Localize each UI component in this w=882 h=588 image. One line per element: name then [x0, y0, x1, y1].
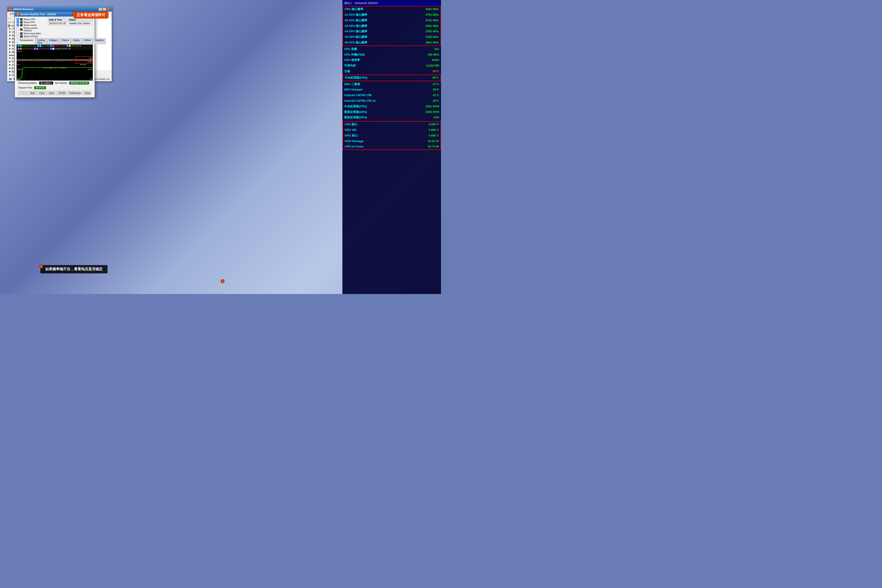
sst-title-text: System Stability Test - AIDA64 — [20, 13, 56, 16]
hwinfo-row-usage: CPU 使用率 100% — [342, 57, 441, 63]
legend-mb-label: Motherboard (60) — [22, 45, 36, 47]
tooltip-num-1: 1 — [72, 12, 76, 15]
legend-cn700-label: Colorful CN700 1TB — [55, 48, 71, 50]
temp-chart-graph: 100°C 0°C 9:01:00 — [16, 50, 93, 66]
test-started-label: Test Started: — [55, 82, 68, 84]
hwinfo-row-gpu-diode: GPU 二极管 27°C — [342, 82, 441, 87]
stress-disk-label: Stress local disks — [24, 32, 41, 35]
hwinfo-panel: 测试人：hchuan16 2024/2/3 CPU 核心频率 3491 MHz … — [342, 0, 441, 294]
tab-temperatures[interactable]: Temperatures — [18, 38, 35, 44]
hwinfo-label-0: CPU 核心频率 — [345, 7, 363, 12]
legend-mb-checkbox[interactable] — [18, 45, 20, 47]
legend-core2-label: CPU Core #2 — [71, 45, 82, 47]
hwinfo-cpu-temp-box: 中央处理器(CPU) 35°C — [342, 75, 441, 81]
tooltip-bubble-1: 正常看这两项即可 — [74, 12, 108, 19]
legend-core1-label: CPU Core #1 — [55, 45, 65, 47]
tab-powers[interactable]: Powers — [59, 38, 71, 44]
legend-core3-dot — [20, 48, 22, 50]
hwinfo-label-6: #6 CPU 核心频率 — [345, 40, 367, 45]
stress-cache-label: Stress cache — [24, 24, 36, 27]
caption-num-2: 2 — [39, 264, 43, 268]
temp-val-60: 60 — [89, 57, 92, 59]
stress-gpu-label: Stress GPU(s) — [24, 35, 38, 38]
hwinfo-row-cpu-vid: CPU VID 0.950 V — [343, 127, 441, 133]
hwinfo-value-1: 3791 MHz — [426, 12, 439, 17]
maximize-button[interactable]: □ — [103, 8, 106, 11]
cpuid-button[interactable]: CPUID — [56, 91, 66, 95]
stress-cpu-checkbox[interactable] — [16, 18, 19, 21]
save-button[interactable]: Save — [46, 91, 55, 95]
minimize-button[interactable]: ─ — [99, 8, 102, 11]
stress-cache-checkbox[interactable] — [16, 24, 19, 27]
status-text-0: Stability Test: Started — [68, 22, 93, 26]
legend-cpu: CPU (35) — [37, 45, 49, 47]
hwinfo-row-mb: 主板 60°C — [342, 69, 441, 74]
hwinfo-label-3: #3 CPU 核心频率 — [345, 24, 367, 28]
stress-cpu-label: Stress CPU — [24, 18, 35, 21]
tab-cooling-fans[interactable]: Cooling Fans — [35, 38, 47, 44]
start-button[interactable]: Start — [18, 91, 27, 95]
cpu-usage-chart: CPU Usage | CPU Throttling 100% 100% 0% … — [16, 66, 93, 81]
close-button[interactable]: ✕ — [106, 8, 110, 11]
stress-memory-checkbox[interactable] — [16, 28, 19, 31]
legend-core3-checkbox[interactable] — [18, 48, 20, 50]
nav-back[interactable]: ‹ — [8, 17, 9, 20]
stop-button[interactable]: Stop — [28, 91, 36, 95]
legend-cpu-checkbox[interactable] — [37, 45, 39, 47]
hwinfo-row-mult: CPU 倍频 35x — [342, 46, 441, 52]
hwinfo-freq-box: CPU 核心频率 3491 MHz #1 CPU 核心频率 3791 MHz #… — [342, 6, 441, 46]
tab-statistics[interactable]: Statistics — [93, 38, 106, 44]
legend-motherboard: Motherboard (60) — [18, 45, 36, 47]
sst-body: ⬛ Stress CPU ⬛ Stress FPU ⬛ Stress cache… — [15, 16, 94, 97]
preferences-button[interactable]: Preferences — [66, 91, 80, 95]
legend-core3: CPU Core #3 — [18, 48, 33, 50]
clear-button[interactable]: Clear — [37, 91, 45, 95]
tab-unified[interactable]: Unified — [82, 38, 93, 44]
hwinfo-row-cn700-2: Colorful CN700 1TB #2 26°C — [342, 98, 441, 104]
status-row-0: 2024/2/3 9:01:00 Stability Test: Started — [48, 22, 93, 26]
aida64-title: AIDA64 Business — [13, 8, 34, 10]
sst-dialog: 🔥 System Stability Test - AIDA64 ─ □ ✕ ⬛… — [14, 12, 95, 98]
stress-gpu-checkbox[interactable] — [16, 35, 19, 38]
hwinfo-label-1: #1 CPU 核心频率 — [345, 12, 367, 17]
status-datetime-0: 2024/2/3 9:01:00 — [48, 22, 68, 26]
stress-disk-checkbox[interactable] — [16, 32, 19, 35]
stress-cache-icon: ⬛ — [20, 24, 22, 27]
nav-forward[interactable]: › — [10, 17, 11, 20]
legend-core2-checkbox[interactable] — [66, 45, 68, 47]
hwinfo-row-cpu-ia: CPU IA Cores 52.73 W — [343, 144, 441, 150]
stress-memory-label: Stress system memory — [24, 27, 46, 32]
legend-core1-checkbox[interactable] — [50, 45, 52, 47]
sst-status-bar: Remaining Battery: No battery Test Start… — [16, 81, 93, 90]
hwinfo-row-cpu-fan: 中央处理器(CPU) 1001 RPM — [342, 104, 441, 110]
hwinfo-row-gpu-core-v: GPU 核心 0.656 V — [343, 133, 441, 138]
aida64-window-controls: ─ □ ✕ — [99, 8, 110, 11]
hwinfo-voltage-box: CPU 核心 0.950 V CPU VID 0.950 V GPU 核心 0.… — [342, 121, 441, 150]
legend-cn700-dot — [52, 48, 54, 50]
sst-options-area: ⬛ Stress CPU ⬛ Stress FPU ⬛ Stress cache… — [16, 18, 93, 38]
legend-core2: CPU Core #2 — [66, 45, 82, 47]
stress-cpu-icon: ⬛ — [20, 18, 22, 21]
legend-core1: CPU Core #1 — [50, 45, 65, 47]
battery-value: No battery — [39, 82, 53, 84]
stress-disk-icon: ⬛ — [20, 32, 22, 35]
tab-voltages[interactable]: Voltages — [47, 38, 59, 44]
hwinfo-row-cpu-pkg: CPU Package 55.01 W — [343, 138, 441, 144]
legend-core2-dot — [69, 45, 70, 47]
hwinfo-value-2: 3791 MHz — [426, 18, 439, 23]
hwinfo-row-cpu-temp: 中央处理器(CPU) 35°C — [343, 75, 441, 81]
battery-label: Remaining Battery: — [18, 82, 38, 84]
tab-clocks[interactable]: Clocks — [71, 38, 82, 44]
legend-mb-dot — [20, 45, 22, 47]
tooltip-text-1: 正常看这两项即可 — [76, 13, 105, 17]
stress-gpu-option: ⬛ Stress GPU(s) — [16, 35, 46, 38]
aida64-titlebar-left: 64 AIDA64 Business — [9, 8, 34, 11]
stress-fpu-checkbox[interactable] — [16, 21, 19, 24]
legend-core4-checkbox[interactable] — [34, 48, 36, 50]
sidebar-aida64-icon: 64 — [8, 25, 10, 27]
dialog-close-button[interactable]: Close — [82, 91, 91, 95]
hwinfo-row-4: #4 CPU 核心频率 3392 MHz — [343, 28, 441, 34]
legend-cn700-checkbox[interactable] — [50, 48, 52, 50]
temp-val-35: 35 板 — [87, 60, 92, 63]
status-col-status: Status — [68, 18, 93, 22]
